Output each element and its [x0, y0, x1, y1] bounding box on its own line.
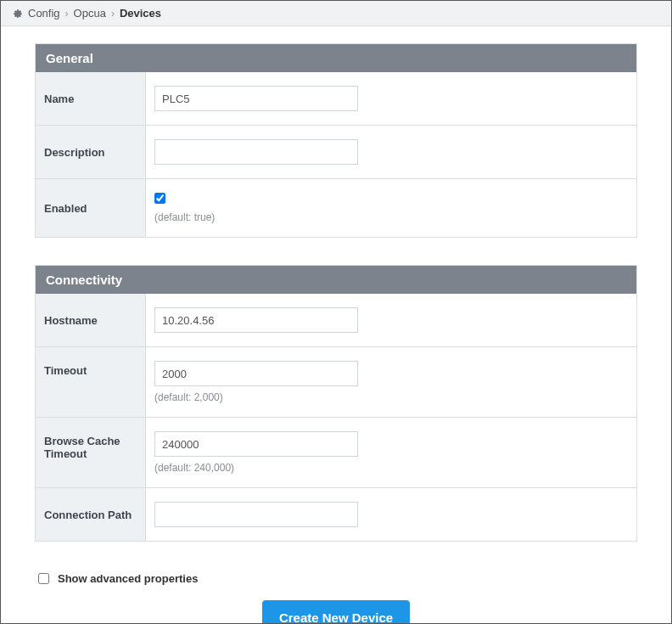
panel-header: General	[36, 44, 636, 72]
timeout-input[interactable]	[154, 361, 358, 386]
advanced-toggle-row: Show advanced properties	[35, 569, 637, 600]
panel-header: Connectivity	[36, 266, 636, 294]
field-row-hostname: Hostname	[36, 294, 636, 346]
field-hint: (default: 240,000)	[154, 462, 628, 474]
hostname-input[interactable]	[154, 307, 358, 333]
field-label: Browse Cache Timeout	[36, 418, 146, 487]
description-input[interactable]	[154, 139, 358, 165]
breadcrumb-item-current: Devices	[120, 7, 161, 20]
field-row-timeout: Timeout (default: 2,000)	[36, 346, 636, 417]
create-new-device-button[interactable]: Create New Device	[262, 600, 410, 624]
breadcrumb: Config › Opcua › Devices	[1, 1, 671, 26]
breadcrumb-item[interactable]: Opcua	[74, 7, 106, 20]
name-input[interactable]	[154, 86, 358, 111]
panel-connectivity: Connectivity Hostname Timeout (default: …	[35, 265, 637, 542]
field-label: Hostname	[36, 294, 146, 346]
field-hint: (default: true)	[154, 211, 628, 223]
field-label: Connection Path	[36, 488, 146, 541]
show-advanced-label[interactable]: Show advanced properties	[58, 572, 198, 585]
field-label: Timeout	[36, 347, 146, 417]
breadcrumb-item[interactable]: Config	[28, 7, 60, 20]
field-row-enabled: Enabled (default: true)	[36, 178, 636, 237]
field-row-connection-path: Connection Path	[36, 487, 636, 541]
field-label: Enabled	[36, 179, 146, 237]
field-hint: (default: 2,000)	[154, 391, 628, 403]
gear-icon	[13, 8, 23, 19]
field-row-description: Description	[36, 125, 636, 178]
chevron-right-icon: ›	[65, 8, 69, 20]
show-advanced-checkbox[interactable]	[38, 573, 49, 584]
field-label: Name	[36, 72, 146, 125]
actions-bar: Create New Device	[35, 600, 637, 624]
chevron-right-icon: ›	[111, 8, 115, 20]
enabled-checkbox[interactable]	[154, 193, 165, 204]
field-row-browse-cache-timeout: Browse Cache Timeout (default: 240,000)	[36, 417, 636, 487]
browse-cache-timeout-input[interactable]	[154, 431, 358, 457]
field-row-name: Name	[36, 72, 636, 125]
content-area: General Name Description Enabled (defaul…	[1, 26, 671, 624]
field-label: Description	[36, 126, 146, 178]
connection-path-input[interactable]	[154, 502, 358, 527]
panel-general: General Name Description Enabled (defaul…	[35, 43, 637, 238]
